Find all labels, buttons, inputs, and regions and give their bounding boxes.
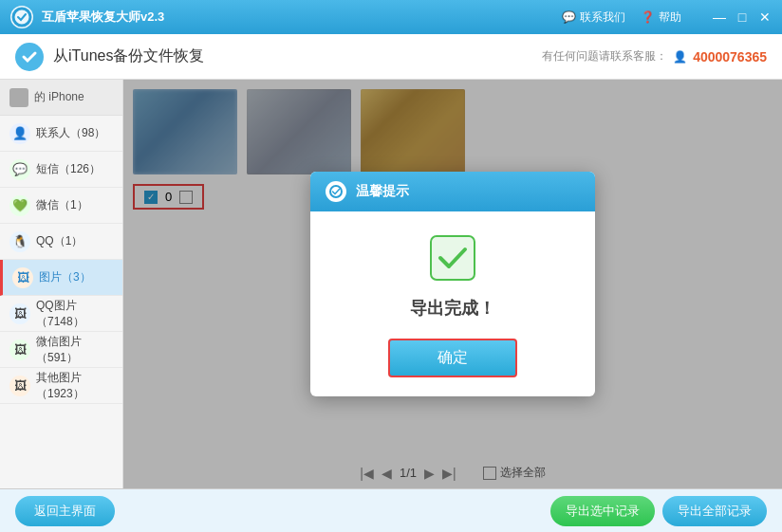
page-title: 从iTunes备份文件恢复	[53, 46, 542, 66]
export-selected-button[interactable]: 导出选中记录	[550, 496, 655, 526]
app-logo	[9, 5, 34, 29]
sidebar-item-qq[interactable]: 🐧 QQ（1）	[0, 224, 122, 260]
device-icon	[9, 88, 28, 107]
sidebar-label-qq: QQ（1）	[36, 233, 83, 249]
titlebar-actions: 💬 联系我们 ❓ 帮助 — □ ✕	[562, 9, 773, 26]
sidebar-item-messages[interactable]: 💬 短信（126）	[0, 152, 122, 188]
other-photos-icon: 🖼	[9, 376, 30, 396]
sidebar-label-wechat-photos: 微信图片（591）	[36, 334, 113, 366]
qq-icon: 🐧	[9, 231, 30, 252]
sidebar-label-photos: 图片（3）	[39, 269, 91, 285]
device-label: 的 iPhone	[34, 89, 84, 105]
main-layout: 的 iPhone 👤 联系人（98） 💬 短信（126） 💚 微信（1） 🐧 Q…	[0, 80, 782, 488]
sidebar-item-photos[interactable]: 🖼 图片（3）	[0, 260, 122, 296]
modal-title: 温馨提示	[356, 183, 409, 200]
minimize-button[interactable]: —	[712, 9, 727, 25]
app-title: 互盾苹果恢复大师v2.3	[42, 9, 562, 26]
contact-button[interactable]: 💬 联系我们	[562, 9, 625, 26]
chat-icon: 💬	[562, 10, 576, 24]
modal-confirm-button[interactable]: 确定	[388, 339, 517, 377]
header-logo-icon	[15, 43, 44, 71]
sidebar: 的 iPhone 👤 联系人（98） 💬 短信（126） 💚 微信（1） 🐧 Q…	[0, 80, 123, 488]
export-all-button[interactable]: 导出全部记录	[662, 496, 767, 526]
help-icon: ❓	[641, 10, 655, 24]
bottombar: 返回主界面 导出选中记录 导出全部记录	[0, 488, 782, 532]
export-buttons: 导出选中记录 导出全部记录	[550, 496, 767, 526]
sidebar-device: 的 iPhone	[0, 80, 122, 116]
header-contact: 有任何问题请联系客服： 👤 4000076365	[542, 48, 767, 64]
sidebar-label-wechat: 微信（1）	[36, 197, 88, 213]
maximize-button[interactable]: □	[735, 9, 750, 25]
modal-header-icon	[326, 181, 346, 202]
wechat-icon: 💚	[9, 195, 30, 216]
messages-icon: 💬	[9, 159, 30, 180]
sidebar-label-contacts: 联系人（98）	[36, 125, 105, 141]
sidebar-item-qq-photos[interactable]: 🖼 QQ图片（7148）	[0, 296, 122, 332]
back-button[interactable]: 返回主界面	[15, 496, 115, 526]
sidebar-label-messages: 短信（126）	[36, 161, 101, 177]
contacts-icon: 👤	[9, 123, 30, 144]
modal-header: 温馨提示	[310, 172, 595, 211]
headerbar: 从iTunes备份文件恢复 有任何问题请联系客服： 👤 4000076365	[0, 34, 782, 80]
phone-number: 4000076365	[693, 49, 767, 64]
titlebar: 互盾苹果恢复大师v2.3 💬 联系我们 ❓ 帮助 — □ ✕	[0, 0, 782, 34]
avatar-icon: 👤	[673, 50, 687, 64]
sidebar-label-other-photos: 其他图片（1923）	[36, 370, 113, 402]
photos-icon: 🖼	[12, 267, 33, 288]
modal-success-icon	[429, 234, 476, 282]
sidebar-item-wechat-photos[interactable]: 🖼 微信图片（591）	[0, 332, 122, 368]
modal-message: 导出完成！	[410, 297, 495, 320]
help-button[interactable]: ❓ 帮助	[641, 9, 681, 26]
window-controls: — □ ✕	[712, 9, 773, 25]
sidebar-label-qq-photos: QQ图片（7148）	[36, 298, 113, 330]
sidebar-item-wechat[interactable]: 💚 微信（1）	[0, 188, 122, 224]
qq-photos-icon: 🖼	[9, 303, 30, 324]
modal-body: 导出完成！ 确定	[310, 211, 595, 396]
svg-rect-3	[431, 236, 475, 280]
modal-overlay: 温馨提示 导出完成！ 确定	[123, 80, 782, 488]
contact-text: 有任何问题请联系客服：	[542, 48, 667, 64]
close-button[interactable]: ✕	[757, 9, 773, 25]
sidebar-item-contacts[interactable]: 👤 联系人（98）	[0, 116, 122, 152]
content-area: ✓ 0 显示导出成功，删除的照片已经恢复 |◀ ◀ 1/1 ▶ ▶| 选择全部	[123, 80, 782, 488]
sidebar-item-other-photos[interactable]: 🖼 其他图片（1923）	[0, 368, 122, 404]
wechat-photos-icon: 🖼	[9, 339, 30, 360]
modal-dialog: 温馨提示 导出完成！ 确定	[310, 172, 595, 396]
